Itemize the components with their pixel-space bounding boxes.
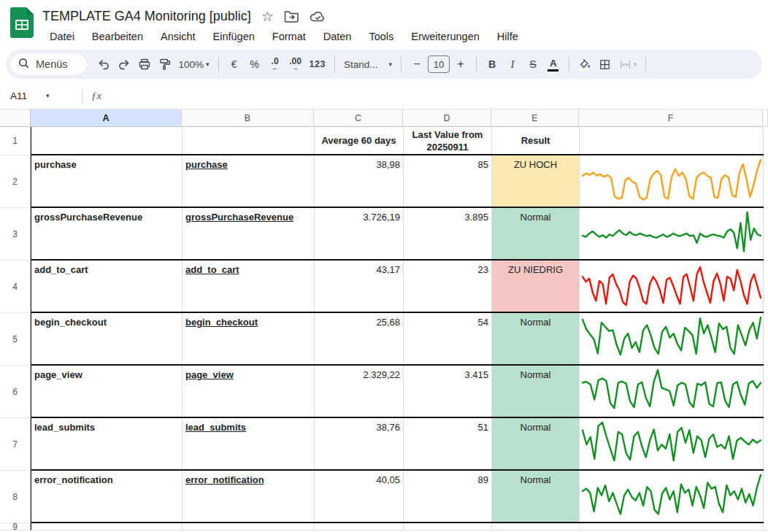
paint-format-button[interactable] xyxy=(155,54,174,74)
merge-cells-button[interactable]: ▾ xyxy=(616,54,640,74)
zoom-select[interactable]: 100% ▾ xyxy=(176,54,212,74)
cell-F9[interactable] xyxy=(580,523,764,530)
increase-decimal-button[interactable]: .00→ xyxy=(286,54,305,74)
cell-A6[interactable]: page_view xyxy=(31,366,183,417)
cell-A2[interactable]: purchase xyxy=(31,155,183,207)
menu-ansicht[interactable]: Ansicht xyxy=(153,28,203,45)
fill-color-button[interactable] xyxy=(575,54,594,74)
cell-D8[interactable]: 89 xyxy=(404,471,492,522)
cell-B9[interactable] xyxy=(183,523,315,530)
document-title[interactable]: TEMPLATE GA4 Monitoring [public] xyxy=(42,9,251,24)
increase-font-size-button[interactable]: + xyxy=(451,54,470,74)
cell-D1[interactable]: Last Value from 20250911 xyxy=(404,127,492,154)
cell-A8[interactable]: error_notification xyxy=(31,471,183,522)
font-select[interactable]: Stand... ▾ xyxy=(341,54,395,74)
redo-button[interactable] xyxy=(115,54,134,74)
cell-F3[interactable] xyxy=(580,208,764,259)
strikethrough-button[interactable]: S xyxy=(523,54,542,74)
borders-button[interactable] xyxy=(596,54,615,74)
cell-F6[interactable] xyxy=(580,366,764,417)
column-header-e[interactable]: E xyxy=(491,109,579,127)
name-box[interactable]: A11 ▾ xyxy=(10,90,80,101)
cell-F7[interactable] xyxy=(580,418,764,469)
cell-B2[interactable]: purchase xyxy=(183,155,315,207)
cell-C3[interactable]: 3.726,19 xyxy=(315,208,404,259)
cell-C5[interactable]: 25,68 xyxy=(315,313,404,364)
currency-format-button[interactable]: € xyxy=(225,54,244,74)
cloud-status-icon[interactable] xyxy=(310,10,326,23)
sheets-logo-icon[interactable] xyxy=(10,7,34,38)
column-header-d[interactable]: D xyxy=(403,109,491,127)
row-header-2[interactable]: 2 xyxy=(0,155,31,208)
cell-E1[interactable]: Result xyxy=(492,127,580,154)
cell-E4[interactable]: ZU NIEDRIG xyxy=(492,261,580,312)
cell-C9[interactable] xyxy=(315,523,404,530)
cell-A5[interactable]: begin_checkout xyxy=(31,313,183,364)
menu-hilfe[interactable]: Hilfe xyxy=(490,28,526,45)
row-header-9[interactable]: 9 xyxy=(0,523,31,531)
cell-D7[interactable]: 51 xyxy=(404,418,492,469)
select-all-corner[interactable] xyxy=(0,109,31,127)
cell-E2[interactable]: ZU HOCH xyxy=(492,155,580,207)
menu-einfgen[interactable]: Einfügen xyxy=(206,28,262,45)
cell-D5[interactable]: 54 xyxy=(404,313,492,364)
decrease-font-size-button[interactable]: − xyxy=(407,54,426,74)
move-folder-icon[interactable] xyxy=(284,9,299,23)
cell-C6[interactable]: 2.329,22 xyxy=(315,366,404,417)
cell-D4[interactable]: 23 xyxy=(404,261,492,312)
cell-D9[interactable] xyxy=(404,523,492,530)
cell-F2[interactable] xyxy=(580,155,764,207)
cell-A3[interactable]: grossPurchaseRevenue xyxy=(31,208,183,259)
row-header-7[interactable]: 7 xyxy=(0,418,31,471)
column-header-f[interactable]: F xyxy=(579,109,763,127)
cell-F4[interactable] xyxy=(580,261,764,312)
cell-B1[interactable] xyxy=(183,127,315,154)
cell-E6[interactable]: Normal xyxy=(492,366,580,417)
text-color-button[interactable]: A xyxy=(544,54,563,74)
font-size-input[interactable]: 10 xyxy=(428,55,450,73)
column-header-b[interactable]: B xyxy=(182,109,314,127)
row-header-8[interactable]: 8 xyxy=(0,471,31,523)
row-header-1[interactable]: 1 xyxy=(0,127,31,155)
cell-A9[interactable] xyxy=(31,523,183,530)
cell-E3[interactable]: Normal xyxy=(492,208,580,259)
cell-D6[interactable]: 3.415 xyxy=(404,366,492,417)
cell-C8[interactable]: 40,05 xyxy=(315,471,404,522)
star-icon[interactable]: ☆ xyxy=(261,9,274,23)
cell-C4[interactable]: 43,17 xyxy=(315,261,404,312)
cell-C1[interactable]: Average 60 days xyxy=(315,127,404,154)
bold-button[interactable]: B xyxy=(483,54,502,74)
cell-E5[interactable]: Normal xyxy=(492,313,580,364)
row-header-6[interactable]: 6 xyxy=(0,366,31,418)
cell-A1[interactable] xyxy=(31,127,183,154)
cell-B3[interactable]: grossPurchaseRevenue xyxy=(183,208,315,259)
menu-tools[interactable]: Tools xyxy=(361,28,401,45)
cell-B4[interactable]: add_to_cart xyxy=(183,261,315,312)
cell-E9[interactable] xyxy=(492,523,580,530)
cell-C2[interactable]: 38,98 xyxy=(315,155,404,207)
row-header-3[interactable]: 3 xyxy=(0,208,31,261)
menu-erweiterungen[interactable]: Erweiterungen xyxy=(404,28,487,45)
cell-B7[interactable]: lead_submits xyxy=(183,418,315,469)
cell-B5[interactable]: begin_checkout xyxy=(183,313,315,364)
print-button[interactable] xyxy=(135,54,154,74)
menu-format[interactable]: Format xyxy=(265,28,313,45)
cell-B8[interactable]: error_notification xyxy=(183,471,315,522)
menus-search[interactable]: Menüs xyxy=(10,53,87,75)
row-header-4[interactable]: 4 xyxy=(0,261,31,313)
decrease-decimal-button[interactable]: .0← xyxy=(266,54,285,74)
menu-daten[interactable]: Daten xyxy=(316,28,359,45)
undo-button[interactable] xyxy=(94,54,113,74)
cell-E7[interactable]: Normal xyxy=(492,418,580,469)
cell-F1[interactable] xyxy=(580,127,764,154)
cell-C7[interactable]: 38,76 xyxy=(315,418,404,469)
percent-format-button[interactable]: % xyxy=(245,54,264,74)
cell-B6[interactable]: page_view xyxy=(183,366,315,417)
cell-F8[interactable] xyxy=(580,471,764,522)
menu-bearbeiten[interactable]: Bearbeiten xyxy=(85,28,150,45)
cell-A7[interactable]: lead_submits xyxy=(31,418,183,469)
column-header-a[interactable]: A xyxy=(31,109,182,127)
menu-datei[interactable]: Datei xyxy=(42,28,82,45)
row-header-5[interactable]: 5 xyxy=(0,313,31,366)
cell-D3[interactable]: 3.895 xyxy=(404,208,492,259)
